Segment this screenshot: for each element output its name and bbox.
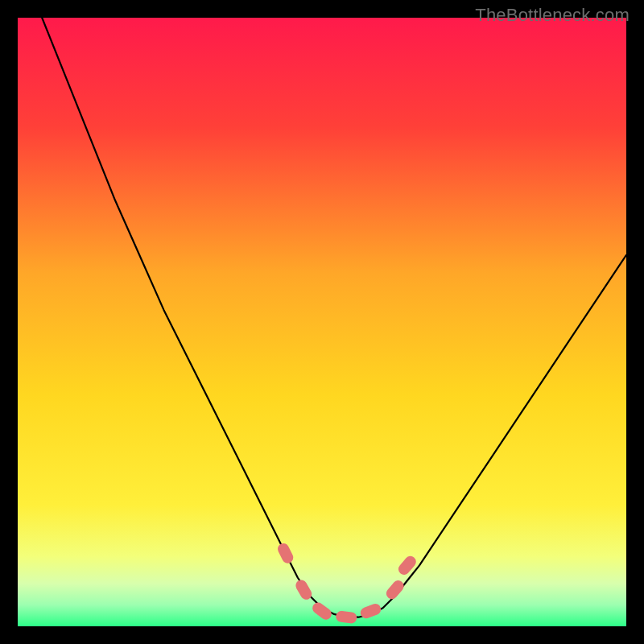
- chart-svg: [18, 18, 626, 626]
- chart-frame: TheBottleneck.com: [0, 0, 644, 644]
- watermark-text: TheBottleneck.com: [475, 5, 630, 26]
- gradient-background: [18, 18, 626, 626]
- plot-area: [18, 18, 626, 626]
